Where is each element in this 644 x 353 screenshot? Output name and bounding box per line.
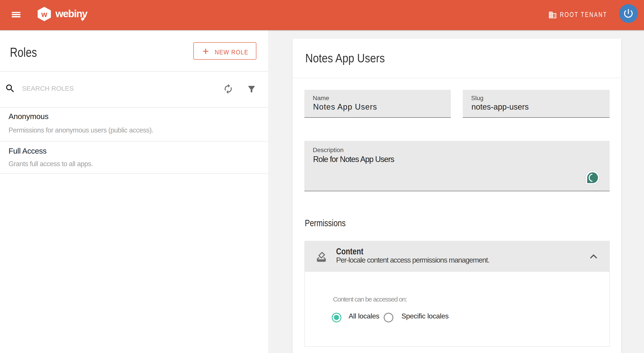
svg-text:w: w xyxy=(41,10,47,18)
